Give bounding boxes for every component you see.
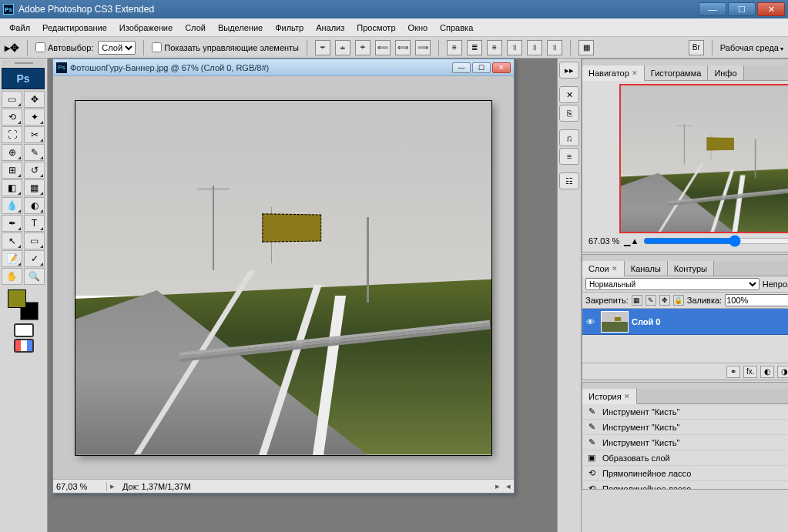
lasso-selection[interactable] bbox=[262, 213, 321, 242]
align-hcenter-icon[interactable]: ⟺ bbox=[395, 40, 411, 55]
menu-filter[interactable]: Фильтр bbox=[269, 22, 310, 34]
brush-tool[interactable]: ✎ bbox=[24, 144, 45, 161]
navigator-thumbnail[interactable] bbox=[619, 84, 788, 233]
dodge-tool[interactable]: ◐ bbox=[24, 197, 45, 214]
auto-select-dropdown[interactable]: Слой bbox=[98, 41, 136, 55]
eraser-tool[interactable]: ◧ bbox=[2, 179, 22, 196]
healing-tool[interactable]: ⊕ bbox=[2, 144, 22, 161]
doc-zoom-menu[interactable]: ▸ bbox=[107, 481, 118, 491]
align-bottom-icon[interactable]: ⫩ bbox=[355, 40, 371, 55]
distribute-hcenter-icon[interactable]: ⦀ bbox=[527, 40, 542, 55]
lock-pixels-icon[interactable]: ✎ bbox=[645, 295, 656, 306]
hand-tool[interactable]: ✋ bbox=[2, 268, 22, 285]
layer-mask-icon[interactable]: ◐ bbox=[760, 366, 774, 378]
foreground-color[interactable] bbox=[8, 289, 26, 308]
menu-select[interactable]: Выделение bbox=[212, 22, 269, 34]
palette-btn-5[interactable]: ☷ bbox=[559, 172, 579, 189]
menu-analysis[interactable]: Анализ bbox=[310, 22, 350, 34]
history-item[interactable]: ⟲Прямолинейное лассо bbox=[582, 466, 788, 481]
close-button[interactable]: ✕ bbox=[757, 2, 785, 16]
doc-scrollbar-left[interactable]: ◂ bbox=[503, 481, 514, 491]
color-swatches[interactable] bbox=[8, 289, 39, 320]
tab-layers[interactable]: Слои✕ bbox=[582, 261, 625, 276]
history-item[interactable]: ✎Инструмент "Кисть" bbox=[582, 404, 788, 420]
distribute-vcenter-icon[interactable]: ≣ bbox=[467, 40, 482, 55]
history-brush-tool[interactable]: ↺ bbox=[24, 162, 45, 179]
tab-channels[interactable]: Каналы bbox=[625, 261, 668, 276]
quick-mask-button[interactable] bbox=[14, 323, 34, 337]
shape-tool[interactable]: ▭ bbox=[24, 233, 45, 249]
lock-all-icon[interactable]: 🔒 bbox=[673, 295, 684, 306]
tab-histogram[interactable]: Гистограмма bbox=[645, 65, 709, 80]
align-left-icon[interactable]: ⟸ bbox=[375, 40, 391, 55]
pen-tool[interactable]: ✒ bbox=[2, 215, 22, 232]
distribute-right-icon[interactable]: ⦀ bbox=[547, 40, 562, 55]
lock-position-icon[interactable]: ✥ bbox=[659, 295, 670, 306]
palette-btn-4[interactable]: ≡ bbox=[559, 148, 579, 165]
link-layers-icon[interactable]: ⚭ bbox=[726, 366, 740, 378]
menu-window[interactable]: Окно bbox=[402, 22, 434, 34]
show-controls-checkbox[interactable]: Показать управляющие элементы bbox=[152, 42, 299, 52]
layer-thumbnail[interactable] bbox=[601, 311, 629, 333]
align-vcenter-icon[interactable]: ⫨ bbox=[335, 40, 350, 55]
zoom-tool[interactable]: 🔍 bbox=[24, 268, 45, 285]
maximize-button[interactable]: ☐ bbox=[728, 2, 756, 16]
tab-info[interactable]: Инфо bbox=[708, 65, 743, 80]
lasso-tool[interactable]: ⟲ bbox=[2, 109, 22, 125]
move-tool[interactable]: ✥ bbox=[24, 91, 45, 108]
path-select-tool[interactable]: ↖ bbox=[2, 233, 22, 249]
slice-tool[interactable]: ✂ bbox=[24, 126, 45, 143]
menu-image[interactable]: Изображение bbox=[113, 22, 179, 34]
history-item[interactable]: ⟲Прямолинейное лассо bbox=[582, 481, 788, 489]
expand-dock-button[interactable]: ▸▸ bbox=[559, 62, 579, 79]
tools-drag-handle[interactable] bbox=[2, 60, 45, 66]
navigator-zoom-value[interactable]: 67.03 % bbox=[588, 236, 619, 246]
palette-btn-2[interactable]: ⎘ bbox=[559, 105, 579, 122]
document-titlebar[interactable]: Ps ФотошопГуру-Баннер.jpg @ 67% (Слой 0,… bbox=[53, 59, 514, 76]
layer-row[interactable]: 👁 Слой 0 bbox=[582, 309, 788, 335]
doc-minimize-button[interactable]: — bbox=[452, 62, 471, 73]
doc-close-button[interactable]: ✕ bbox=[492, 62, 511, 73]
history-item[interactable]: ✎Инструмент "Кисть" bbox=[582, 420, 788, 435]
distribute-left-icon[interactable]: ⦀ bbox=[507, 40, 522, 55]
auto-select-checkbox[interactable]: Автовыбор: bbox=[35, 42, 93, 52]
distribute-top-icon[interactable]: ≡ bbox=[447, 40, 462, 55]
history-item[interactable]: ▣Образовать слой bbox=[582, 450, 788, 466]
gradient-tool[interactable]: ▦ bbox=[24, 179, 45, 196]
menu-help[interactable]: Справка bbox=[434, 22, 479, 34]
align-right-icon[interactable]: ⟹ bbox=[415, 40, 431, 55]
wand-tool[interactable]: ✦ bbox=[24, 109, 45, 125]
auto-align-icon[interactable]: ▦ bbox=[578, 40, 594, 55]
tab-history[interactable]: История✕ bbox=[582, 389, 637, 404]
blur-tool[interactable]: 💧 bbox=[2, 197, 22, 214]
zoom-out-icon[interactable]: ▁▲ bbox=[624, 236, 639, 246]
crop-tool[interactable]: ⛶ bbox=[2, 126, 22, 143]
doc-info-menu[interactable]: ▸ bbox=[492, 481, 503, 491]
doc-maximize-button[interactable]: ☐ bbox=[472, 62, 491, 73]
fill-field[interactable] bbox=[725, 294, 788, 306]
canvas[interactable] bbox=[75, 101, 491, 455]
document-window[interactable]: Ps ФотошопГуру-Баннер.jpg @ 67% (Слой 0,… bbox=[52, 59, 515, 494]
distribute-bottom-icon[interactable]: ≡ bbox=[487, 40, 502, 55]
menu-file[interactable]: Файл bbox=[3, 22, 36, 34]
layer-name[interactable]: Слой 0 bbox=[632, 317, 660, 326]
minimize-button[interactable]: — bbox=[699, 2, 726, 16]
notes-tool[interactable]: 📝 bbox=[2, 250, 22, 267]
layer-fx-icon[interactable]: fx. bbox=[743, 366, 757, 378]
marquee-tool[interactable]: ▭ bbox=[2, 91, 22, 108]
history-item[interactable]: ✎Инструмент "Кисть" bbox=[582, 435, 788, 450]
tab-navigator[interactable]: Навигатор✕ bbox=[582, 65, 645, 81]
menu-view[interactable]: Просмотр bbox=[350, 22, 401, 34]
menu-edit[interactable]: Редактирование bbox=[36, 22, 113, 34]
lock-transparency-icon[interactable]: ▦ bbox=[632, 295, 642, 306]
type-tool[interactable]: T bbox=[24, 215, 45, 232]
navigator-zoom-slider[interactable] bbox=[643, 235, 788, 247]
align-top-icon[interactable]: ⫧ bbox=[315, 40, 330, 55]
palette-btn-1[interactable]: ✕ bbox=[559, 86, 579, 103]
layer-visibility-icon[interactable]: 👁 bbox=[582, 317, 598, 326]
screen-mode-button[interactable] bbox=[14, 339, 34, 353]
tab-paths[interactable]: Контуры bbox=[668, 261, 714, 276]
menu-layer[interactable]: Слой bbox=[179, 22, 212, 34]
workspace-dropdown[interactable]: Рабочая среда bbox=[720, 43, 783, 52]
bridge-icon[interactable]: Br bbox=[689, 40, 704, 55]
